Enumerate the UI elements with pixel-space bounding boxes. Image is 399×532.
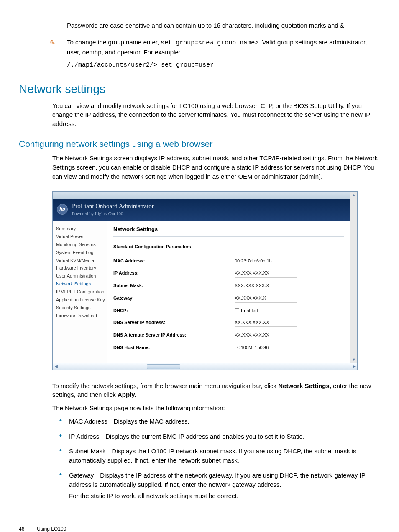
modify-instructions: To modify the network settings, from the… xyxy=(52,381,380,400)
password-note: Passwords are case-sensitive and can con… xyxy=(67,21,380,30)
bullet-subtext: For the static IP to work, all network s… xyxy=(69,491,380,501)
field-label: Subnet Mask: xyxy=(113,283,235,290)
bullet-text: IP Address—Displays the current BMC IP a… xyxy=(69,432,380,441)
list-item: •Subnet Mask—Displays the LO100 IP netwo… xyxy=(52,447,380,465)
field-value[interactable]: XX.XXX.XXX.X xyxy=(235,295,297,303)
sidebar-item-ipmi-pet-configuration[interactable]: IPMI PET Configuration xyxy=(56,288,105,296)
sidebar-item-user-administration[interactable]: User Administration xyxy=(56,272,105,280)
field-label: MAC Address: xyxy=(113,258,235,265)
bullet-icon: • xyxy=(52,471,69,501)
sidebar-item-hardware-inventory[interactable]: Hardware Inventory xyxy=(56,264,105,272)
after1bold: Network Settings, xyxy=(278,382,331,389)
app-banner: hp ProLiant Onboard Administrator Powere… xyxy=(53,199,350,222)
list-item: •MAC Address—Displays the MAC address. xyxy=(52,417,380,426)
field-label: IP Address: xyxy=(113,270,235,278)
scroll-thumb[interactable] xyxy=(147,364,180,369)
field-value[interactable]: XX.XXX.XXX.XX xyxy=(235,332,297,339)
field-label: Gateway: xyxy=(113,295,235,303)
content-pane: Network Settings Standard Configuration … xyxy=(107,221,350,362)
heading-network-settings: Network settings xyxy=(19,81,380,98)
embedded-screenshot: hp ProLiant Onboard Administrator Powere… xyxy=(52,191,358,370)
list-item: •Gateway—Displays the IP address of the … xyxy=(52,471,380,501)
bullet-text: Gateway—Displays the IP address of the n… xyxy=(69,471,380,501)
listing-intro: The Network Settings page now lists the … xyxy=(52,403,380,413)
field-row: Gateway:XX.XXX.XXX.X xyxy=(113,295,344,303)
heading-configuring-web: Configuring network settings using a web… xyxy=(19,138,380,150)
sidebar-item-application-license-key[interactable]: Application License Key xyxy=(56,296,105,304)
field-row: IP Address:XX.XXX.XXX.XX xyxy=(113,270,344,278)
field-value[interactable]: XX.XXX.XXX.XX xyxy=(235,270,297,278)
bullet-icon: • xyxy=(52,432,69,441)
field-row: MAC Address:00:23:7d:d6:0b:1b xyxy=(113,258,344,265)
list-item: •IP Address—Displays the current BMC IP … xyxy=(52,432,380,441)
field-row: DNS Host Name:LO100ML150G6 xyxy=(113,344,344,352)
scroll-right-icon[interactable]: ▶ xyxy=(350,364,357,369)
shot-topstrip xyxy=(53,192,350,199)
page-number: 46 xyxy=(19,526,36,532)
sidebar-item-network-settings[interactable]: Network Settings xyxy=(56,280,105,288)
footer-section: Using LO100 xyxy=(37,526,66,532)
scroll-left-icon[interactable]: ◀ xyxy=(53,364,59,369)
sidebar-item-firmware-download[interactable]: Firmware Download xyxy=(56,312,105,320)
dhcp-checkbox[interactable]: Enabled xyxy=(235,308,258,314)
bullet-text: Subnet Mask—Displays the LO100 IP networ… xyxy=(69,447,380,465)
vertical-scrollbar[interactable]: ▲ ▼ xyxy=(350,192,357,363)
field-row: DHCP:Enabled xyxy=(113,308,344,314)
field-row: DNS Alternate Server IP Address:XX.XXX.X… xyxy=(113,332,344,339)
network-settings-intro: You can view and modify network settings… xyxy=(52,101,380,129)
sidebar-nav: SummaryVirtual PowerMonitoring SensorsSy… xyxy=(53,221,107,362)
field-row: DNS Server IP Address:XX.XXX.XXX.XX xyxy=(113,319,344,327)
content-subtitle: Standard Configuration Parameters xyxy=(113,244,344,250)
content-title: Network Settings xyxy=(113,226,344,237)
scroll-down-icon[interactable]: ▼ xyxy=(352,357,356,363)
bullet-text: MAC Address—Displays the MAC address. xyxy=(69,417,380,426)
after1a: To modify the network settings, from the… xyxy=(52,382,278,389)
step6-code: set group=<new group name> xyxy=(161,39,258,46)
sidebar-item-virtual-kvm-media[interactable]: Virtual KVM/Media xyxy=(56,257,105,265)
field-label: DNS Server IP Address: xyxy=(113,319,235,327)
step-6: 6. To change the group name enter, set g… xyxy=(50,38,380,57)
page-footer: 46 Using LO100 xyxy=(19,526,380,532)
sidebar-item-virtual-power[interactable]: Virtual Power xyxy=(56,233,105,241)
field-row: Subnet Mask:XXX.XXX.XXX.X xyxy=(113,283,344,290)
sidebar-item-summary[interactable]: Summary xyxy=(56,225,105,233)
bullet-icon: • xyxy=(52,417,69,426)
field-label: DHCP: xyxy=(113,308,235,314)
field-value[interactable]: LO100ML150G6 xyxy=(235,344,297,352)
banner-title: ProLiant Onboard Administrator xyxy=(72,202,154,211)
info-bullet-list: •MAC Address—Displays the MAC address.•I… xyxy=(52,417,380,501)
banner-subtitle: Powered by Lights-Out 100 xyxy=(72,211,154,217)
checkbox-label: Enabled xyxy=(241,308,258,314)
field-label: DNS Host Name: xyxy=(113,344,235,352)
field-value: 00:23:7d:d6:0b:1b xyxy=(235,258,297,265)
bullet-icon: • xyxy=(52,447,69,465)
sidebar-item-system-event-log[interactable]: System Event Log xyxy=(56,249,105,257)
scroll-up-icon[interactable]: ▲ xyxy=(352,193,356,198)
step-body: To change the group name enter, set grou… xyxy=(67,38,380,57)
field-value[interactable]: XXX.XXX.XXX.X xyxy=(235,283,297,290)
configuring-intro: The Network Settings screen displays IP … xyxy=(52,154,380,181)
checkbox-icon[interactable] xyxy=(235,308,239,313)
after1bold2: Apply. xyxy=(118,391,136,398)
sidebar-item-monitoring-sensors[interactable]: Monitoring Sensors xyxy=(56,241,105,249)
field-label: DNS Alternate Server IP Address: xyxy=(113,332,235,339)
step-number: 6. xyxy=(50,38,61,57)
horizontal-scrollbar[interactable]: ◀ ▶ xyxy=(53,363,357,370)
hp-logo-icon: hp xyxy=(57,204,68,215)
sidebar-item-security-settings[interactable]: Security Settings xyxy=(56,304,105,312)
step6-text-a: To change the group name enter, xyxy=(67,39,161,46)
field-value[interactable]: XX.XXX.XXX.XX xyxy=(235,319,297,327)
code-example: /./map1/accounts/user2/> set group=user xyxy=(67,61,380,70)
